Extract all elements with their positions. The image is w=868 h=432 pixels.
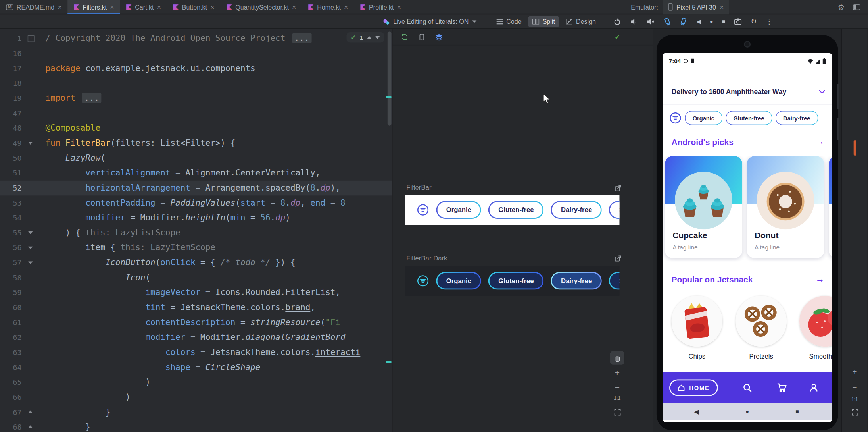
filter-chip[interactable]: Sweet [609,201,620,219]
zoom-out-icon[interactable]: − [610,382,624,392]
next-issue-icon[interactable] [375,36,380,39]
filter-chip[interactable]: Dairy-free [551,272,602,290]
rotate-right-icon[interactable] [680,17,688,25]
filter-icon[interactable] [417,204,429,216]
code-line[interactable]: 19import ... [0,91,392,106]
volume-down-icon[interactable] [630,17,638,25]
emulator-zoom-fit-icon[interactable] [842,409,867,416]
fold-icon[interactable] [27,31,36,46]
code-line[interactable]: 60 tint = JetsnackTheme.colors.brand, [0,300,392,315]
popular-item[interactable]: Smoothies [799,296,832,360]
android-recents-icon[interactable]: ■ [791,403,803,420]
code-editor[interactable]: 1/ Copyright 2020 The Android Open Sourc… [0,29,392,432]
code-line[interactable]: 57 IconButton(onClick = { /* todo */ }) … [0,255,392,270]
search-icon[interactable] [742,383,752,394]
filter-chip[interactable]: Organic [436,272,482,290]
filter-chip[interactable]: Dairy-free [776,111,818,125]
nav-home-button[interactable]: HOME [669,380,718,396]
arrow-right-icon[interactable]: → [815,274,824,284]
overview-square-icon[interactable]: ■ [722,19,725,24]
filter-chip[interactable]: Sweet [609,272,620,290]
code-line[interactable]: 62 modifier = Modifier.diagonalGradientB… [0,330,392,345]
code-line[interactable]: 50 LazyRow( [0,150,392,166]
filter-chip[interactable]: Gluten-free [488,201,544,219]
code-line[interactable]: 64 shape = CircleShape [0,360,392,375]
zoom-in-icon[interactable]: + [610,368,624,377]
code-line[interactable]: 51 verticalAlignment = Alignment.CenterV… [0,166,392,181]
inspections-widget[interactable]: ✓ 1 [346,32,384,43]
code-line[interactable]: 67 } [0,405,392,420]
power-icon[interactable] [614,17,622,25]
fold-icon[interactable] [27,405,36,420]
emulator-zoom-actual[interactable]: 1:1 [842,397,867,402]
fold-icon[interactable] [27,226,36,241]
code-line[interactable]: 59 imageVector = Icons.Rounded.FilterLis… [0,285,392,300]
arrow-right-icon[interactable]: → [815,137,824,147]
close-icon[interactable]: × [157,4,161,10]
android-home-icon[interactable]: ● [742,403,753,420]
filter-icon[interactable] [669,112,682,124]
filter-chip[interactable]: Gluten-free [726,111,772,125]
code-line[interactable]: 52 horizontalArrangement = Arrangement.s… [0,181,392,196]
build-refresh-icon[interactable] [401,33,409,41]
rotate-left-icon[interactable] [663,17,671,25]
file-tab[interactable]: Cart.kt× [120,0,167,14]
snapshot-rerun-icon[interactable]: ↻ [751,18,757,25]
code-line[interactable]: 54 modifier = Modifier.heightIn(min = 56… [0,210,392,226]
fold-icon[interactable] [27,136,36,151]
code-line[interactable]: 16 [0,46,392,61]
phone-screen[interactable]: 7:04 Delivery to 1600 Amphitheater Way [663,53,832,422]
filter-chip[interactable]: Organic [685,111,722,125]
code-line[interactable]: 48@Composable [0,121,392,136]
filter-chip[interactable]: Dairy-free [551,201,602,219]
back-icon[interactable]: ◀ [697,19,701,24]
file-tab[interactable]: QuantitySelector.kt× [221,0,302,14]
emulator-tab[interactable]: Pixel 5 API 30 × [663,0,729,14]
code-line[interactable]: 68 } [0,420,392,432]
snack-card[interactable]: CupcakeA tag line [665,156,742,258]
settings-gear-icon[interactable]: ⚙ [838,2,845,11]
android-back-icon[interactable]: ◀ [691,403,702,420]
editor-scrollbar[interactable] [388,32,392,126]
fold-icon[interactable] [27,420,36,432]
delivery-address-row[interactable]: Delivery to 1600 Amphitheater Way [672,84,826,100]
code-line[interactable]: 65 ) [0,375,392,390]
popular-item[interactable]: Chips [672,296,722,360]
close-icon[interactable]: × [110,4,114,10]
code-line[interactable]: 61 contentDescription = stringResource("… [0,315,392,330]
layers-icon[interactable] [435,33,443,41]
close-icon[interactable]: × [344,4,348,10]
device-preview-icon[interactable] [418,33,426,41]
filter-chip[interactable]: Organic [436,201,482,219]
emulator-zoom-out-icon[interactable]: − [842,382,867,392]
pan-hand-icon[interactable] [610,351,624,364]
code-line[interactable]: 55 ) { this: LazyListScope [0,226,392,241]
file-tab[interactable]: README.md× [0,0,68,14]
code-line[interactable]: 66 ) [0,390,392,405]
filter-icon[interactable] [417,275,429,287]
close-icon[interactable]: × [58,4,62,10]
code-line[interactable]: 1/ Copyright 2020 The Android Open Sourc… [0,31,392,46]
close-icon[interactable]: × [210,4,214,10]
file-tab[interactable]: Home.kt× [302,0,354,14]
volume-up-icon[interactable] [647,17,655,25]
cart-icon[interactable] [777,383,787,394]
profile-icon[interactable] [809,383,819,394]
file-tab[interactable]: Profile.kt× [354,0,407,14]
fold-icon[interactable] [27,240,36,255]
mode-design[interactable]: Design [562,16,600,27]
code-line[interactable]: 53 contentPadding = PaddingValues(start … [0,195,392,210]
code-line[interactable]: 47 [0,106,392,121]
zoom-to-fit-icon[interactable] [610,409,624,416]
code-line[interactable]: 58 Icon( [0,270,392,285]
filter-chip[interactable]: Gluten-free [488,272,544,290]
prev-issue-icon[interactable] [367,36,371,39]
popular-item[interactable]: Pretzels [735,296,786,360]
code-line[interactable]: 17package com.example.jetsnack.ui.compon… [0,61,392,76]
more-kebab-icon[interactable]: ⋮ [766,18,773,25]
layout-panel-icon[interactable] [853,4,860,10]
close-icon[interactable]: × [720,4,724,10]
snack-card[interactable]: DonutA tag line [747,156,824,258]
fold-icon[interactable] [27,255,36,270]
code-line[interactable]: 63 colors = JetsnackTheme.colors.interac… [0,345,392,360]
